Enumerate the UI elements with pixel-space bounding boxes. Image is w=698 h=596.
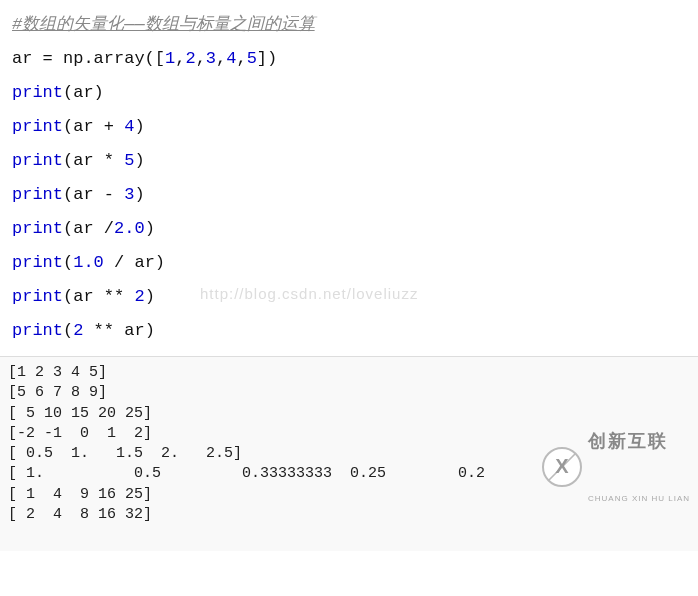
output-block: [1 2 3 4 5] [5 6 7 8 9] [ 5 10 15 20 25]…	[0, 356, 698, 551]
code-line-4: print(ar + 4)	[12, 110, 686, 144]
code-line-6: print(ar - 3)	[12, 178, 686, 212]
logo-icon: X	[542, 447, 582, 487]
code-line-9: print(ar ** 2)	[12, 280, 686, 314]
code-line-7: print(ar /2.0)	[12, 212, 686, 246]
code-line-2: ar = np.array([1,2,3,4,5])	[12, 42, 686, 76]
code-line-3: print(ar)	[12, 76, 686, 110]
code-block: #数组的矢量化——数组与标量之间的运算 ar = np.array([1,2,3…	[0, 0, 698, 356]
logo-text-cn: 创新互联	[588, 429, 690, 453]
code-line-5: print(ar * 5)	[12, 144, 686, 178]
output-text: [1 2 3 4 5] [5 6 7 8 9] [ 5 10 15 20 25]…	[8, 364, 557, 523]
code-line-10: print(2 ** ar)	[12, 314, 686, 348]
brand-logo: X 创新互联 CHUANG XIN HU LIAN	[542, 389, 690, 546]
logo-text-en: CHUANG XIN HU LIAN	[588, 494, 690, 505]
code-comment: #数组的矢量化——数组与标量之间的运算	[12, 8, 686, 42]
code-line-8: print(1.0 / ar)	[12, 246, 686, 280]
